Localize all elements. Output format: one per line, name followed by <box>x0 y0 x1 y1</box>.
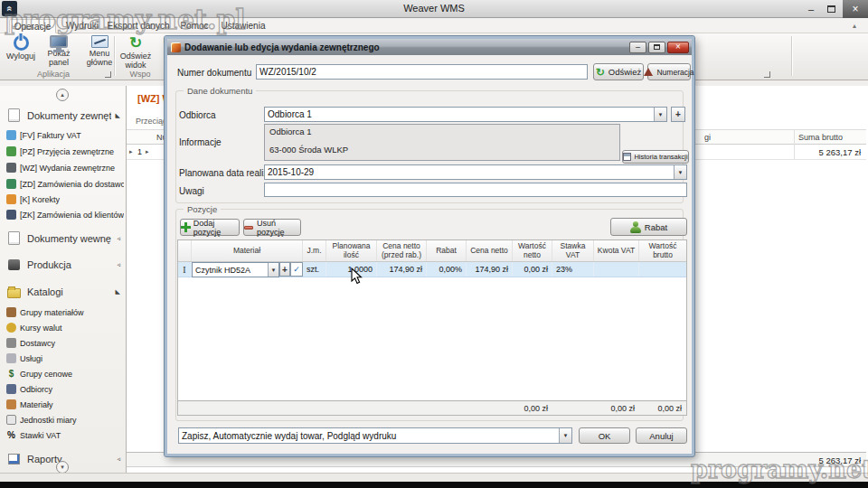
tab-ustawienia[interactable]: Ustawienia <box>217 19 269 33</box>
column-header-cena-netto[interactable]: Cena netto <box>467 240 513 261</box>
invoice-icon <box>6 130 16 140</box>
sidebar-item-k-korekty[interactable]: [K] Korekty <box>0 192 126 206</box>
material-combobox[interactable]: Czytnik HD52A ▼ <box>192 262 279 277</box>
ribbon-group-wspomaganie-label: Wspo <box>118 70 163 79</box>
column-header-material[interactable]: Materiał <box>192 240 303 261</box>
sidebar: ▴ Dokumenty zewnętrzne ◣ [FV] Faktury VA… <box>0 86 127 473</box>
sidebar-scroll-up-button[interactable]: ▴ <box>56 89 69 101</box>
sidebar-section-dokumenty-zewnetrzne[interactable]: Dokumenty zewnętrzne ◣ <box>0 107 126 124</box>
planowana-data-combobox[interactable]: 2015-10-29 ▼ <box>264 164 687 180</box>
row-expander-icon[interactable]: ▸ <box>129 148 133 155</box>
chevron-down-icon[interactable]: ▼ <box>559 428 571 443</box>
tab-pomoc[interactable]: Pomoc <box>175 19 213 33</box>
dodaj-pozycje-button[interactable]: Dodaj pozycję <box>180 219 240 236</box>
save-mode-combobox[interactable]: Zapisz, Automatycznie wydaj towar, Podgl… <box>178 427 572 444</box>
tab-eksport-danych[interactable]: Eksport danych <box>105 19 172 33</box>
sidebar-item-uslugi[interactable]: Usługi <box>0 352 126 365</box>
sidebar-item-materialy[interactable]: Materiały <box>0 398 126 411</box>
main-menu-icon <box>91 35 108 48</box>
cena-netto-cell[interactable]: 174,90 zł <box>467 262 513 277</box>
numer-dokumentu-input[interactable] <box>256 64 588 80</box>
jm-cell[interactable]: szt. <box>303 262 326 277</box>
sidebar-section-produkcja[interactable]: Produkcja ◃ <box>0 256 126 273</box>
row-number: 1 <box>137 147 142 156</box>
customers-icon <box>6 384 16 394</box>
sidebar-item-jednostki-miary[interactable]: Jednostki miary <box>0 413 126 427</box>
sidebar-item-zd-zamowienia-do-dostawcow[interactable]: [ZD] Zamówienia do dostawców <box>0 177 126 191</box>
kwota-vat-cell[interactable] <box>594 262 639 277</box>
sidebar-section-dokumenty-wewnetrzne[interactable]: Dokumenty wewnętrzne ◃ <box>0 230 126 247</box>
wartosc-brutto-cell[interactable] <box>639 262 686 277</box>
column-header-planowana-ilosc[interactable]: Planowana ilość <box>326 240 377 261</box>
usun-pozycje-button[interactable]: Usuń pozycję <box>243 219 301 236</box>
row-detail-expander-icon[interactable]: ▸ <box>146 148 149 155</box>
sidebar-item-wz-wydania-zewnetrzne[interactable]: [WZ] Wydania zewnętrzne <box>0 161 126 174</box>
dialog-titlebar: Dodawanie lub edycja wydania zewnętrzneg… <box>167 39 692 55</box>
column-header-suma-brutto[interactable]: Suma brutto <box>798 133 843 142</box>
sidebar-section-katalogi[interactable]: Katalogi ◣ <box>0 283 126 300</box>
sidebar-item-grupy-cenowe[interactable]: $ Grupy cenowe <box>0 367 126 380</box>
sidebar-item-fv-faktury-vat[interactable]: [FV] Faktury VAT <box>0 128 126 142</box>
odswiez-widok-button[interactable]: ↻ Odśwież widok <box>116 35 156 69</box>
cena-netto-przed-cell[interactable]: 174,90 zł <box>377 262 427 277</box>
minimize-button[interactable]: – <box>801 0 821 17</box>
column-header-wartosc-brutto[interactable]: Wartość brutto <box>639 240 686 261</box>
vat-rates-icon: % <box>6 430 16 440</box>
tab-operacje[interactable]: Operacje <box>9 19 56 33</box>
supplier-orders-icon <box>6 179 16 189</box>
numeracja-button[interactable]: Numeracja <box>647 63 691 80</box>
sidebar-item-dostawcy[interactable]: Dostawcy <box>0 336 126 350</box>
material-checkbox[interactable]: ✓ <box>290 262 303 277</box>
monitor-icon <box>50 35 68 48</box>
column-header-stawka-vat[interactable]: Stawka VAT <box>552 240 594 261</box>
uwagi-input[interactable] <box>264 183 687 197</box>
dialog-minimize-button[interactable]: – <box>629 42 646 53</box>
sidebar-item-grupy-materialow[interactable]: Grupy materiałów <box>0 305 126 319</box>
column-header-cena-netto-przed[interactable]: Cena netto (przed rab.) <box>377 240 427 261</box>
chevron-down-icon[interactable]: ▼ <box>674 165 686 179</box>
wyloguj-button[interactable]: Wyloguj <box>3 35 39 69</box>
dialog-title: Dodawanie lub edycja wydania zewnętrzneg… <box>184 42 380 52</box>
column-header-rabat[interactable]: Rabat <box>427 240 467 261</box>
odswiez-button[interactable]: ↻ Odśwież <box>593 63 644 80</box>
add-odbiorca-button[interactable]: + <box>671 107 685 122</box>
add-icon <box>181 222 190 232</box>
sidebar-item-kursy-walut[interactable]: Kursy walut <box>0 321 126 334</box>
close-button[interactable]: × <box>843 0 868 18</box>
summary-spacer <box>178 401 513 415</box>
external-documents-icon <box>8 108 20 122</box>
rabat-button[interactable]: Rabat <box>610 218 687 236</box>
wartosc-netto-cell[interactable]: 0,00 zł <box>513 262 552 277</box>
section-collapsed-arrow-icon: ◃ <box>117 455 120 463</box>
column-header-jm[interactable]: J.m. <box>303 240 326 261</box>
ribbon-collapse-icon[interactable]: ▴ <box>853 22 856 30</box>
maximize-button[interactable] <box>821 0 841 17</box>
pozycje-grid-summary: 0,00 zł 0,00 zł 0,00 zł <box>178 400 686 415</box>
column-header-partial[interactable]: gi <box>704 133 711 142</box>
pokaz-panel-button[interactable]: Pokaż panel <box>41 35 77 69</box>
historia-transakcji-button[interactable]: Historia transakcji <box>622 150 689 164</box>
group-dialog-launcher-icon-right[interactable] <box>764 71 770 78</box>
dialog-maximize-button[interactable] <box>648 42 665 53</box>
sidebar-item-pz-przyjecia-zewnetrzne[interactable]: [PZ] Przyjęcia zewnętrzne <box>0 145 126 158</box>
column-header-kwota-vat[interactable]: Kwota VAT <box>594 240 639 261</box>
add-material-button[interactable]: + <box>279 262 290 277</box>
dialog-close-button[interactable]: × <box>667 42 689 53</box>
summary-kwota-vat: 0,00 zł <box>594 401 639 415</box>
odbiorca-combobox[interactable]: Odbiorca 1 ▼ <box>264 107 667 122</box>
stawka-vat-cell[interactable]: 23% <box>552 262 594 277</box>
chevron-down-icon[interactable]: ▼ <box>654 108 666 121</box>
sidebar-item-odbiorcy[interactable]: Odbiorcy <box>0 382 126 396</box>
anuluj-button[interactable]: Anuluj <box>636 427 687 444</box>
suppliers-icon <box>6 338 16 348</box>
dialog-icon <box>171 42 181 52</box>
ok-button[interactable]: OK <box>579 427 630 444</box>
tab-wydruki[interactable]: Wydruki <box>61 19 103 33</box>
sidebar-item-stawki-vat[interactable]: % Stawki VAT <box>0 428 126 442</box>
group-dialog-launcher-icon[interactable] <box>105 71 111 78</box>
rabat-cell[interactable]: 0,00% <box>427 262 467 277</box>
sidebar-item-zk-zamowienia-od-klientow[interactable]: [ZK] Zamówienia od klientów <box>0 208 126 221</box>
chevron-down-icon[interactable]: ▼ <box>268 263 278 277</box>
column-header-wartosc-netto[interactable]: Wartość netto <box>513 240 552 261</box>
sidebar-scroll-down-button[interactable]: ▾ <box>56 461 69 474</box>
